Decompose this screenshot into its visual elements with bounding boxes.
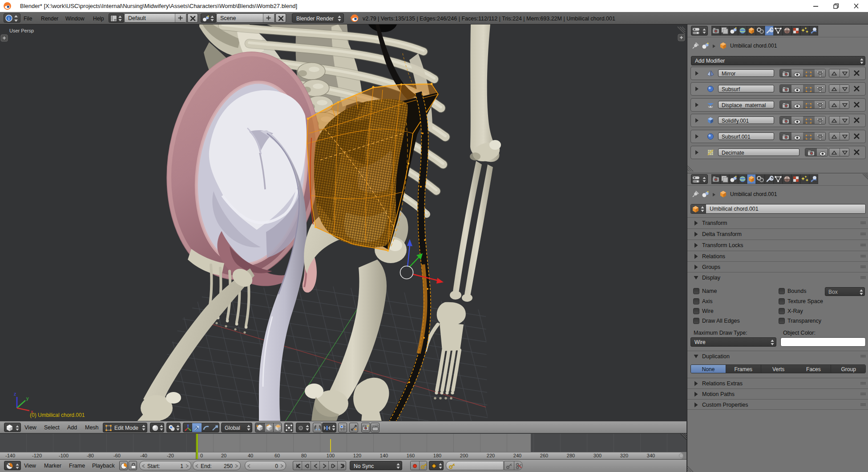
svg-text:z: z <box>14 391 16 396</box>
svg-text:i: i <box>8 16 10 21</box>
svg-text:y: y <box>26 396 29 401</box>
